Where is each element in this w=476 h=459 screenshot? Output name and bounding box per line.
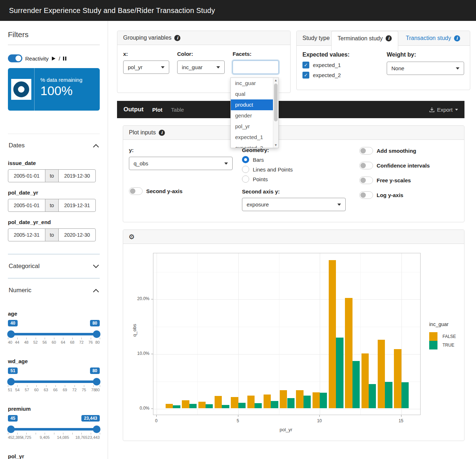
slider-tick-label: 51 — [8, 388, 12, 392]
caret-down-icon — [161, 66, 165, 68]
date-to-input[interactable] — [58, 169, 96, 182]
tab-transaction-study[interactable]: Transaction study i — [400, 31, 466, 45]
dates-accordion-header[interactable]: Dates — [8, 134, 100, 157]
x-label: x: — [123, 51, 169, 57]
date-from-input[interactable] — [8, 199, 45, 212]
bar-polyr8-false — [280, 390, 287, 408]
y-axis-tick-label: 20.0% — [124, 296, 149, 301]
categorical-accordion-header[interactable]: Categorical — [8, 255, 100, 278]
numeric-accordion-header[interactable]: Numeric — [8, 279, 100, 302]
export-label: Export — [437, 107, 453, 113]
slider-tick-label: 75 — [82, 388, 86, 392]
scroll-up-icon[interactable]: ▲ — [275, 79, 277, 82]
caret-down-icon — [455, 109, 458, 111]
gridline — [153, 299, 420, 300]
gear-icon[interactable]: ⚙ — [129, 233, 135, 240]
slider-tick — [54, 433, 54, 435]
slider-handle-from[interactable] — [7, 425, 15, 433]
info-icon[interactable]: i — [454, 35, 460, 41]
slider-from-badge: 51 — [8, 367, 18, 374]
toggle-add-smoothing[interactable] — [359, 147, 373, 155]
tab-table[interactable]: Table — [171, 107, 184, 113]
legend-entry-true: TRUE — [429, 341, 456, 349]
chart-toolbar: ⚙ — [123, 230, 464, 244]
dropdown-option-inc_guar[interactable]: inc_guar — [231, 78, 273, 89]
pause-icon — [63, 56, 67, 61]
expected-values-group: Expected values: ✓ expected_1 ✓ expected… — [302, 52, 372, 82]
slider-tick-label: 60 — [34, 388, 39, 392]
facets-input[interactable] — [233, 61, 279, 74]
toggle-row: Free y-scales — [359, 177, 458, 184]
caret-down-icon — [216, 66, 220, 68]
slider-track[interactable] — [8, 333, 100, 335]
slider-handle-to[interactable] — [93, 425, 100, 433]
plot-inputs-title: Plot inputs — [129, 129, 156, 136]
radio-label: Bars — [253, 157, 264, 163]
slider-track[interactable] — [8, 380, 100, 383]
date-from-input[interactable] — [8, 228, 45, 241]
tab-plot[interactable]: Plot — [152, 107, 162, 113]
slider-tick-label: 9,405 — [40, 435, 50, 440]
scrollbar-thumb[interactable] — [274, 84, 278, 121]
weight-by-group: Weight by: None — [387, 52, 464, 82]
radio-bars[interactable] — [242, 156, 249, 163]
reactivity-toggle[interactable] — [8, 54, 22, 62]
second-axis-y-select[interactable]: exposure — [242, 198, 346, 211]
dropdown-option-expected_1[interactable]: expected_1 — [231, 132, 273, 143]
slider-tick — [45, 433, 45, 435]
dropdown-option-gender[interactable]: gender — [231, 110, 273, 121]
dropdown-option-expected_2[interactable]: expected_2 — [231, 143, 273, 148]
color-select[interactable]: inc_guar — [177, 61, 225, 74]
info-icon[interactable]: i — [159, 130, 165, 136]
dropdown-option-pol_yr[interactable]: pol_yr — [231, 121, 273, 132]
chart-card: ⚙ 0.0%10.0%20.0%051015pol_yrq_obsinc_gua… — [123, 229, 464, 441]
toggle-log-y-axis[interactable] — [359, 191, 373, 199]
radio-lines and points[interactable] — [242, 166, 249, 173]
second-y-axis-toggle[interactable] — [129, 187, 143, 195]
bar-polyr13-false — [362, 353, 369, 408]
slider-label: wd_age — [8, 358, 100, 364]
toggle-free-y-scales[interactable] — [359, 177, 373, 184]
date-to-input[interactable] — [58, 228, 96, 241]
slider-handle-from[interactable] — [7, 330, 15, 338]
slider-tick — [36, 433, 36, 435]
tab-termination-study[interactable]: Termination study i — [331, 31, 398, 51]
study-type-card: Study type Termination study i Transacti… — [296, 31, 470, 90]
slider-handle-to[interactable] — [93, 330, 100, 338]
section-numeric: Numeric age 40 80 4044485256606468727680… — [8, 278, 100, 459]
info-icon[interactable]: i — [174, 35, 180, 41]
scroll-down-icon[interactable]: ▼ — [275, 144, 277, 147]
slider-tick — [17, 433, 18, 435]
checkbox-expected_1[interactable]: ✓ — [302, 62, 309, 68]
plot-panel — [153, 253, 421, 415]
slider-handle-to[interactable] — [93, 378, 100, 386]
y-axis-tick-label: 10.0% — [124, 351, 149, 356]
y-select[interactable]: q_obs — [129, 157, 233, 170]
y-label: y: — [129, 147, 242, 153]
gridline — [197, 253, 198, 415]
color-label: Color: — [177, 51, 225, 57]
slider-tick-label: 40 — [8, 340, 12, 344]
plot-inputs-card: Plot inputs i y: q_obs Secon — [123, 125, 464, 222]
dropdown-option-product[interactable]: product — [231, 99, 273, 110]
checkbox-row-expected_1: ✓ expected_1 — [302, 62, 372, 68]
radio-points[interactable] — [242, 175, 249, 183]
gridline — [153, 409, 420, 409]
toggle-confidence-intervals[interactable] — [359, 162, 373, 169]
x-axis-tick-label: 15 — [399, 418, 403, 423]
dropdown-option-qual[interactable]: qual — [231, 89, 273, 99]
date-to-input[interactable] — [58, 199, 96, 212]
x-select[interactable]: pol_yr — [123, 61, 169, 74]
info-icon[interactable]: i — [386, 35, 392, 41]
checkbox-expected_2[interactable]: ✓ — [302, 72, 309, 79]
bar-polyr11-true — [336, 338, 343, 408]
date-from-input[interactable] — [8, 169, 45, 182]
slider-track[interactable] — [8, 428, 100, 431]
slider-tick — [93, 385, 94, 387]
weight-by-select[interactable]: None — [387, 62, 464, 75]
reactivity-row: Reactivity / — [8, 54, 100, 62]
legend-title: inc_guar — [429, 321, 456, 327]
slider-handle-from[interactable] — [7, 378, 15, 386]
slider-to-badge: 80 — [90, 320, 100, 326]
export-button[interactable]: Export — [429, 107, 458, 113]
